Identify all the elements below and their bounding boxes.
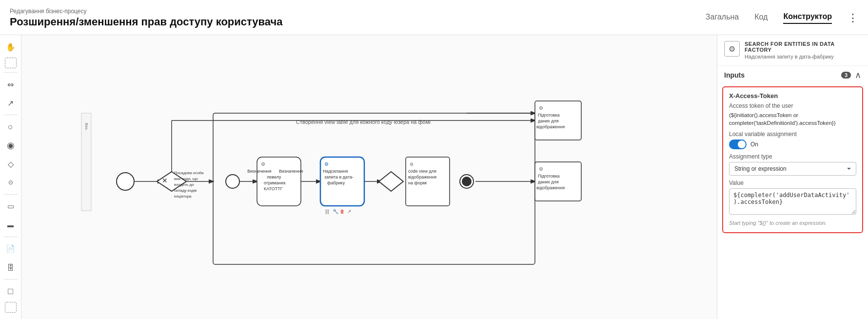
diagram-svg: Виз. ✕ Створення view lable для кожного …: [21, 35, 717, 319]
svg-text:отриманих: отриманих: [264, 180, 286, 185]
access-token-value: (${initiator().accessToken or completer(…: [729, 111, 856, 127]
svg-text:запита в дата-: запита в дата-: [324, 175, 354, 179]
svg-text:відображення: відображення: [408, 175, 436, 179]
svg-text:на формі: на формі: [408, 180, 427, 185]
svg-text:даних для: даних для: [538, 179, 559, 184]
svg-text:code view для: code view для: [408, 169, 436, 174]
svg-text:Підготовка: Підготовка: [538, 113, 560, 118]
access-token-label: Access token of the user: [729, 102, 856, 109]
inputs-label: Inputs: [724, 71, 745, 79]
panel-subtitle: Надсилання запиту в дата-фабрику: [745, 54, 861, 60]
large-rect-tool[interactable]: □: [3, 283, 19, 299]
toolbar-divider-1: [4, 72, 18, 73]
svg-point-10: [226, 175, 239, 188]
svg-text:⚙: ⚙: [539, 105, 543, 111]
tab-general[interactable]: Загальна: [706, 13, 739, 23]
svg-text:Виз.: Виз.: [84, 123, 89, 131]
value-label: Value: [729, 179, 856, 186]
token-section-title: X-Access-Token: [729, 92, 856, 100]
tab-constructor[interactable]: Конструктор: [783, 12, 832, 24]
lasso-tool[interactable]: ↗: [3, 95, 19, 111]
svg-text:Визначення: Визначення: [247, 169, 272, 174]
assignment-type-select[interactable]: String or expression Expression String: [729, 162, 856, 176]
panel-header-text: SEARCH FOR ENTITIES IN DATA FACTORY Надс…: [745, 41, 861, 60]
svg-text:даних для: даних для: [538, 119, 559, 123]
hint-text: Start typing "${}" to create an expressi…: [729, 219, 856, 227]
svg-text:фабрику: фабрику: [327, 180, 345, 185]
diamond-tool[interactable]: ◇: [3, 156, 19, 172]
toolbar-divider-4: [4, 237, 18, 237]
svg-text:|||: |||: [325, 209, 329, 214]
svg-text:🔧: 🔧: [333, 208, 339, 215]
svg-text:відображення: відображення: [536, 124, 565, 129]
svg-text:↗: ↗: [347, 209, 351, 214]
canvas-area: ✋ ⇔ ↗ ○ ◉ ◇ ⊙ ▭ ▬ 📄 🗄 □: [0, 35, 717, 319]
inputs-expand-button[interactable]: ∧: [855, 70, 861, 80]
token-section: X-Access-Token Access token of the user …: [722, 86, 863, 233]
circle-tool[interactable]: ○: [3, 119, 19, 135]
svg-text:Визначення: Визначення: [279, 169, 303, 174]
right-panel: ⚙ SEARCH FOR ENTITIES IN DATA FACTORY На…: [717, 35, 868, 319]
main-layout: ✋ ⇔ ↗ ○ ◉ ◇ ⊙ ▭ ▬ 📄 🗄 □: [0, 35, 868, 319]
toolbar-divider-2: [4, 115, 18, 115]
header: Редагування бізнес-процесу Розширення/зм…: [0, 0, 868, 35]
svg-text:⚙: ⚙: [410, 162, 414, 167]
svg-text:відображення: відображення: [536, 185, 565, 190]
svg-text:Надсилання: Надсилання: [323, 169, 348, 174]
svg-text:входять до: входять до: [174, 182, 194, 187]
inputs-count-badge: 3: [841, 72, 851, 79]
header-right: Загальна Код Конструктор ⋮: [706, 12, 858, 24]
panel-header-icon: ⚙: [724, 41, 740, 57]
rect-tool[interactable]: ▭: [3, 199, 19, 214]
page-title: Розширення/зменшення прав доступу корист…: [10, 16, 283, 28]
svg-text:⚙: ⚙: [261, 161, 265, 167]
toggle-on-label: On: [750, 141, 758, 148]
local-var-toggle[interactable]: [729, 140, 747, 149]
assignment-type-label: Assignment type: [729, 153, 856, 160]
diagram-canvas[interactable]: Виз. ✕ Створення view lable для кожного …: [21, 35, 717, 319]
toolbar: ✋ ⇔ ↗ ○ ◉ ◇ ⊙ ▭ ▬ 📄 🗄 □: [0, 35, 21, 319]
local-var-row: On: [729, 140, 856, 149]
svg-text:🗑: 🗑: [340, 209, 345, 214]
svg-text:⚙: ⚙: [539, 166, 543, 172]
inputs-header: Inputs 3 ∧: [717, 66, 868, 83]
panel-header: ⚙ SEARCH FOR ENTITIES IN DATA FACTORY На…: [717, 35, 868, 66]
doc-tool[interactable]: 📄: [3, 241, 19, 257]
panel-title: SEARCH FOR ENTITIES IN DATA FACTORY: [745, 41, 861, 53]
rect-thick-tool[interactable]: ▬: [3, 217, 19, 233]
svg-text:Створення view lable для кожно: Створення view lable для кожного коду юз…: [296, 119, 431, 125]
subtitle: Редагування бізнес-процесу: [10, 8, 283, 15]
value-textarea[interactable]: ${completer('addUserDataActivity').acces…: [729, 188, 856, 215]
circle-thick-tool[interactable]: ◉: [3, 138, 19, 153]
svg-text:КАТОТТГ: КАТОТТГ: [264, 186, 283, 191]
more-options-button[interactable]: ⋮: [848, 12, 858, 24]
toolbar-divider-3: [4, 194, 18, 195]
svg-text:ініціатора: ініціатора: [174, 194, 192, 199]
gear-icon: ⚙: [729, 44, 735, 54]
svg-text:Підготовка: Підготовка: [538, 174, 560, 179]
svg-text:✕: ✕: [162, 177, 168, 184]
select-rect-tool[interactable]: [5, 58, 17, 68]
svg-text:має коди, що: має коди, що: [174, 177, 198, 181]
toolbar-divider-5: [4, 279, 18, 279]
tab-code[interactable]: Код: [754, 13, 768, 23]
svg-text:складу кодів: складу кодів: [174, 188, 197, 193]
svg-point-37: [462, 177, 472, 186]
local-var-label: Local variable assignment: [729, 131, 856, 138]
small-circle-tool[interactable]: ⊙: [3, 175, 19, 190]
hand-tool[interactable]: ✋: [3, 39, 19, 55]
svg-text:⚙: ⚙: [324, 161, 329, 167]
svg-point-3: [117, 173, 134, 190]
header-left: Редагування бізнес-процесу Розширення/зм…: [10, 8, 283, 28]
dashed-rect-tool[interactable]: [5, 302, 17, 313]
db-tool[interactable]: 🗄: [3, 259, 19, 275]
connect-tool[interactable]: ⇔: [3, 77, 19, 92]
svg-text:Посадова особа: Посадова особа: [174, 171, 204, 175]
svg-text:левелу: левелу: [267, 175, 281, 179]
